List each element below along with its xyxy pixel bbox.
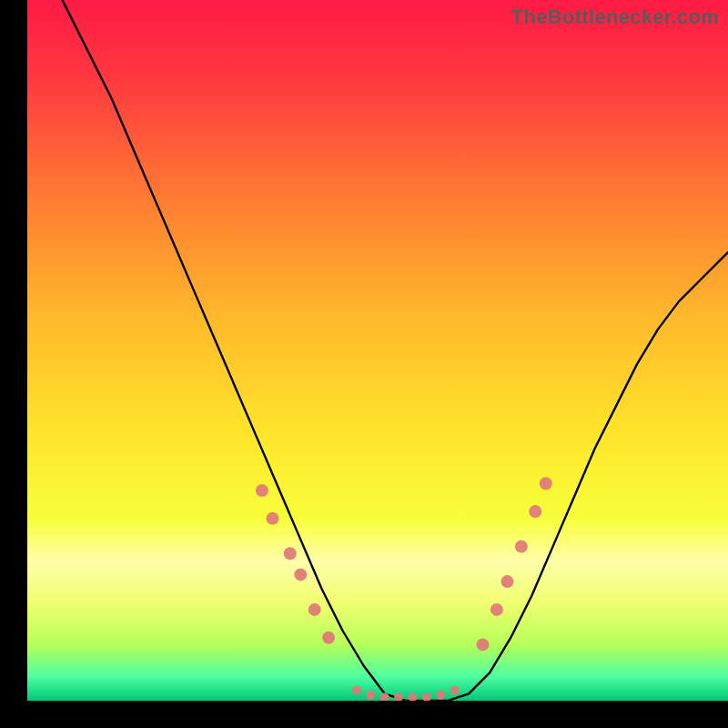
- marker-dot: [477, 638, 490, 651]
- watermark-text: TheBottlenecker.com: [511, 5, 719, 29]
- bottleneck-curve-path: [27, 0, 728, 701]
- marker-dot: [294, 568, 307, 581]
- chart-curve: [27, 0, 728, 701]
- marker-dot: [490, 603, 503, 616]
- marker-dot: [394, 693, 403, 701]
- marker-dot: [436, 691, 445, 700]
- marker-dot: [284, 547, 297, 560]
- marker-dot: [515, 541, 528, 553]
- marker-dot: [366, 691, 375, 700]
- marker-dot: [267, 512, 279, 525]
- marker-dot: [540, 477, 552, 490]
- marker-dot: [409, 693, 418, 701]
- marker-dot: [322, 632, 335, 644]
- marker-dot: [422, 693, 431, 701]
- marker-dot: [256, 484, 268, 497]
- marker-dot: [529, 505, 541, 518]
- marker-dot: [450, 685, 460, 694]
- chart-stage: TheBottlenecker.com: [0, 0, 728, 728]
- marker-dot: [352, 685, 361, 694]
- plot-area: TheBottlenecker.com: [27, 0, 728, 701]
- marker-dot: [500, 575, 513, 588]
- marker-dot: [308, 603, 321, 616]
